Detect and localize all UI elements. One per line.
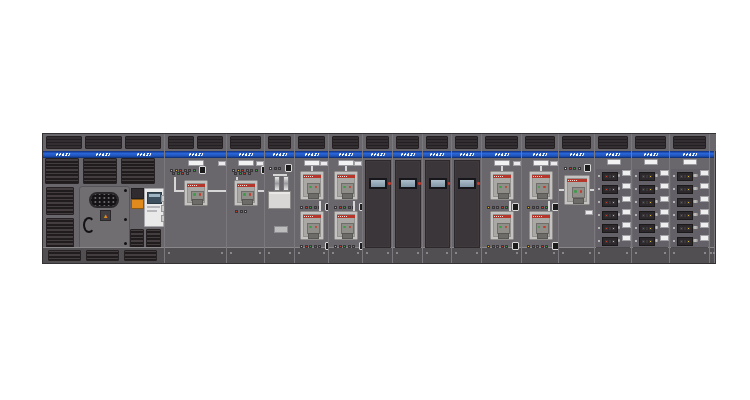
control-switch [285, 164, 292, 172]
brand-stripe [423, 151, 451, 158]
bucket-pilot-lights [602, 211, 618, 220]
bucket-nameplate [700, 222, 709, 228]
brand-logo-icon [569, 153, 584, 156]
bucket-nameplate [660, 235, 669, 241]
door-handle [83, 217, 95, 233]
pilot-light-red [181, 172, 184, 175]
top-trim-panel [635, 136, 666, 149]
bucket-screw [598, 227, 600, 229]
bucket-nameplate [622, 222, 631, 228]
section-nameplate [644, 159, 658, 165]
bucket-pilot-lights [602, 172, 618, 181]
bucket-nameplate [700, 196, 709, 202]
control-hmi-panel-1 [362, 134, 392, 263]
brand-stripe [482, 151, 521, 158]
circuit-breaker [529, 171, 553, 200]
breaker-red-indicator [580, 190, 583, 193]
section-body [295, 158, 328, 248]
brand-stripe [227, 151, 264, 158]
bucket-pilot-lights [639, 172, 655, 181]
section-body [165, 158, 226, 248]
pilot-light-green [240, 210, 243, 213]
pilot-light-green [536, 245, 539, 248]
brand-stripe [595, 151, 631, 158]
pilot-light-green [609, 201, 612, 204]
hmi-door [395, 160, 421, 248]
pilot-light-green [609, 214, 612, 217]
top-trim [632, 134, 669, 151]
plinth-screw [289, 252, 291, 254]
section-body [452, 158, 481, 248]
multipin-connector-panel [89, 192, 119, 208]
bucket-nameplate [622, 196, 631, 202]
pilot-light-green [239, 172, 242, 175]
plinth-screw [268, 252, 270, 254]
control-hmi-panel-2 [392, 134, 422, 263]
brand-logo-icon [605, 153, 620, 156]
plinth [423, 247, 451, 263]
top-trim [482, 134, 521, 151]
top-trim-panel [673, 136, 706, 149]
section-body [482, 158, 521, 248]
bucket-handle [618, 226, 620, 229]
pilot-light-red [339, 245, 342, 248]
breaker-stripe-markings [494, 216, 504, 218]
hmi-screen [369, 178, 387, 189]
bucket-screw [598, 188, 600, 190]
brand-stripe [165, 151, 226, 158]
pilot-light-white [269, 167, 272, 170]
mcc-bucket [596, 221, 630, 235]
end-trim-panel [709, 134, 715, 263]
section-body [329, 158, 362, 248]
pilot-light-row [234, 172, 251, 175]
pilot-light-red [501, 245, 504, 248]
mcc-bucket [633, 208, 668, 222]
pilot-light-red [642, 240, 645, 243]
bucket-handle [618, 187, 620, 190]
bucket-nameplate [700, 235, 709, 241]
circuit-breaker [234, 180, 258, 206]
bucket-handle [693, 239, 698, 242]
hmi-indicator-light [388, 182, 391, 185]
bucket-screw [635, 201, 637, 203]
plinth-screw [455, 252, 457, 254]
mcc-bucket [596, 195, 630, 209]
feeder-breaker-section-2 [328, 134, 362, 263]
metering-section [264, 134, 294, 263]
bucket-screw [635, 214, 637, 216]
pilot-light-green [352, 245, 355, 248]
hmi-screen [458, 178, 476, 189]
bucket-screw [673, 227, 675, 229]
pilot-light-red [605, 214, 608, 217]
pilot-light-row [487, 242, 519, 250]
pilot-light-red [348, 245, 351, 248]
pilot-light-green [609, 227, 612, 230]
pilot-light-red [680, 240, 683, 243]
pilot-light-red [305, 245, 308, 248]
plinth-screw [230, 252, 232, 254]
top-trim [265, 134, 294, 151]
mimic-line [353, 201, 355, 211]
pilot-light-yellow [334, 245, 337, 248]
mcc-bucket [596, 208, 630, 222]
bucket-screw [598, 214, 600, 216]
top-trim [295, 134, 328, 151]
plinth-screw [426, 252, 428, 254]
pilot-light-green [646, 188, 649, 191]
bucket-screw [635, 188, 637, 190]
pilot-light-yellow [612, 175, 615, 178]
breaker-red-indicator [249, 193, 252, 196]
digital-meter [144, 188, 164, 227]
pilot-light-red [680, 188, 683, 191]
bucket-pilot-lights [602, 198, 618, 207]
top-trim-panel [366, 136, 389, 149]
pilot-light-green [536, 206, 539, 209]
bucket-screw [673, 214, 675, 216]
plinth [632, 247, 669, 263]
louver-vent [130, 229, 144, 248]
pilot-light-yellow [649, 227, 652, 230]
metering-chamber [268, 191, 291, 209]
top-trim-panel [598, 136, 628, 149]
brand-logo-icon [238, 153, 253, 156]
pilot-light-yellow [244, 210, 247, 213]
